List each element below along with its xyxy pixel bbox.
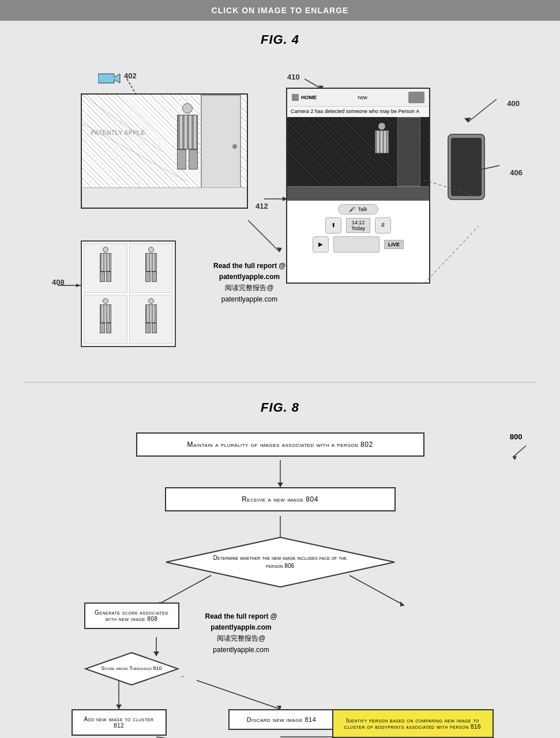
- notif-message-text: Camera 2 has detected someone who may be…: [291, 108, 419, 114]
- node-816-text: Identify person based on comparing new i…: [344, 717, 481, 730]
- home-icon: [292, 94, 299, 101]
- svg-marker-34: [116, 705, 122, 709]
- fig8-promo1: Read the full report @: [205, 611, 277, 622]
- share-btn[interactable]: ⬆: [325, 217, 341, 234]
- fig8-wrapper: 800: [32, 427, 528, 738]
- fig8-section: FIG. 8 800: [23, 400, 537, 738]
- playback-row: ▶ LIVE: [291, 236, 426, 253]
- node-816: Identify person based on comparing new i…: [332, 709, 494, 738]
- flowchart-area: Maintain a plurality of images associate…: [32, 427, 528, 738]
- header-label: CLICK ON IMAGE TO ENLARGE: [212, 6, 349, 15]
- promo-text-fig4: Read the full report @ patentlyapple.com…: [213, 261, 285, 305]
- notif-header-text: HOME: [301, 95, 317, 100]
- notif-icon: [408, 92, 424, 103]
- svg-line-19: [248, 220, 280, 252]
- arrow-406: [468, 160, 502, 177]
- svg-marker-16: [473, 168, 479, 174]
- node-804-text: Receive a new image 804: [242, 495, 318, 503]
- fig4-section: FIG. 4 400 402 404: [23, 32, 537, 359]
- thumb-1: [84, 243, 127, 293]
- grid-btn[interactable]: #: [375, 217, 391, 234]
- fig8-title: FIG. 8: [23, 400, 537, 415]
- phone-camera-feed: [287, 117, 429, 201]
- node-808: Generate score associated with new image…: [84, 603, 179, 629]
- arrow-412: [264, 193, 293, 205]
- node-808-text: Generate score associated with new image…: [95, 609, 168, 622]
- node-804: Receive a new image 804: [165, 487, 396, 511]
- phone-controls: 🎤 Talk ⬆ 14:12 Today # ▶ LIV: [287, 201, 429, 256]
- promo-line2: patentlyapple.com: [213, 272, 285, 283]
- svg-line-18: [424, 226, 479, 284]
- arrow-408: [58, 282, 87, 289]
- promo-line1: Read the full report @: [213, 261, 285, 272]
- svg-marker-20: [277, 247, 282, 252]
- header-bar[interactable]: CLICK ON IMAGE TO ENLARGE: [0, 0, 560, 21]
- svg-marker-24: [277, 483, 283, 487]
- notif-person-figure: [375, 123, 389, 153]
- node-802-text: Maintain a plurality of images associate…: [187, 440, 373, 449]
- play-btn[interactable]: ▶: [313, 236, 329, 253]
- talk-button[interactable]: 🎤 Talk: [338, 204, 378, 214]
- node-812-text: Add new image to cluster 812: [84, 716, 153, 729]
- arrow-label-810-814: →: [179, 673, 185, 679]
- thumb-4: [129, 295, 173, 344]
- svg-line-7: [82, 123, 186, 181]
- perspective-lines: [82, 95, 247, 208]
- fig4-container: 400 402 404: [23, 59, 537, 359]
- time-display: 14:12 Today: [346, 218, 370, 233]
- talk-label: Talk: [358, 206, 367, 212]
- promo-line3: 阅读完整报告@: [213, 283, 285, 293]
- svg-marker-10: [76, 284, 81, 287]
- node-814-text: Discard new image 814: [247, 716, 317, 723]
- live-badge: LIVE: [384, 240, 404, 249]
- notif-time: now: [358, 95, 367, 100]
- svg-line-8: [116, 95, 197, 170]
- node-812: Add new image to cluster 812: [72, 709, 167, 736]
- mic-icon: 🎤: [349, 206, 355, 212]
- control-row: ⬆ 14:12 Today #: [291, 217, 426, 234]
- promo-line4: patentlyapple.com: [213, 294, 285, 305]
- camera-image-404: PATENTLY APPLE: [81, 93, 248, 209]
- phone-notification-410: 410 HOME now Camera 2 has detected s: [286, 88, 430, 284]
- arrow-410: [305, 76, 333, 91]
- node-802: Maintain a plurality of images associate…: [136, 432, 424, 457]
- svg-line-6: [82, 95, 163, 152]
- notif-header: HOME now: [287, 89, 429, 107]
- svg-line-35: [197, 680, 280, 709]
- node-806-text: Determine whether the new image includes…: [205, 554, 355, 570]
- ref-410: 410: [287, 73, 300, 81]
- person-thumbnails-408: 408: [81, 240, 176, 347]
- ref-406: 406: [510, 168, 523, 177]
- section-divider: [23, 382, 537, 383]
- svg-marker-30: [400, 601, 404, 607]
- fig8-promo2: patentlyapple.com: [205, 622, 277, 633]
- fig8-promo4: patentlyapple.com: [205, 645, 277, 656]
- thumb-2: [129, 243, 173, 293]
- notif-message: Camera 2 has detected someone who may be…: [287, 107, 429, 117]
- timeline-thumb: [333, 236, 379, 253]
- svg-marker-14: [283, 197, 287, 201]
- thumb-3: [84, 295, 127, 344]
- svg-line-0: [468, 99, 497, 122]
- ref-400: 400: [507, 99, 520, 108]
- node-814: Discard new image 814: [228, 709, 335, 730]
- fig4-title: FIG. 4: [23, 32, 537, 47]
- node-810-text: Score above Threshold 810: [97, 665, 166, 672]
- fig8-promo3: 阅读完整报告@: [205, 633, 277, 644]
- diamond-806-container: Determine whether the new image includes…: [165, 536, 396, 588]
- arrow-400: [456, 93, 502, 128]
- promo-text-fig8: Read the full report @ patentlyapple.com…: [205, 611, 277, 656]
- svg-line-11: [305, 79, 322, 89]
- diamond-810-container: Score above Threshold 810: [84, 652, 179, 686]
